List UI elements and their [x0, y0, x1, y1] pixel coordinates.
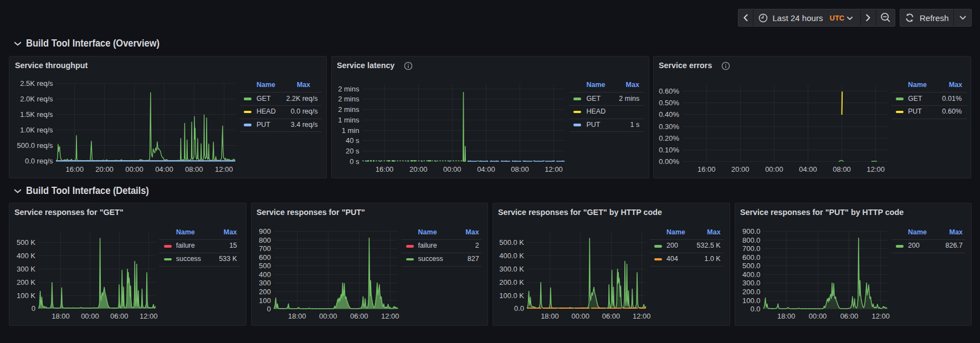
- svg-text:00:00: 00:00: [81, 312, 99, 320]
- svg-text:18:00: 18:00: [52, 312, 70, 320]
- svg-text:18:00: 18:00: [777, 312, 796, 320]
- svg-text:500.0: 500.0: [742, 262, 761, 270]
- svg-text:300.0 K: 300.0 K: [499, 265, 524, 273]
- svg-text:100.0: 100.0: [742, 296, 761, 305]
- svg-text:300 K: 300 K: [17, 265, 35, 273]
- svg-text:00:00: 00:00: [319, 312, 337, 320]
- svg-text:04:00: 04:00: [799, 165, 817, 173]
- svg-text:06:00: 06:00: [350, 312, 368, 320]
- svg-text:40 s: 40 s: [346, 136, 360, 145]
- svg-text:0.0: 0.0: [514, 304, 524, 313]
- svg-text:0 s: 0 s: [350, 157, 360, 166]
- svg-text:00:00: 00:00: [125, 165, 143, 173]
- svg-text:20:00: 20:00: [731, 165, 750, 173]
- svg-text:500.0 req/s: 500.0 req/s: [17, 141, 53, 150]
- svg-text:700.0: 700.0: [742, 244, 761, 253]
- svg-text:800.0: 800.0: [742, 236, 761, 244]
- svg-text:600.0: 600.0: [742, 253, 761, 262]
- svg-text:00:00: 00:00: [809, 312, 827, 320]
- svg-text:300: 300: [259, 279, 271, 287]
- svg-text:16:00: 16:00: [65, 165, 84, 173]
- svg-text:2 mins: 2 mins: [338, 85, 360, 93]
- svg-text:0.50%: 0.50%: [659, 99, 679, 107]
- svg-text:16:00: 16:00: [697, 165, 716, 173]
- svg-text:08:00: 08:00: [833, 165, 851, 173]
- svg-text:1.0K req/s: 1.0K req/s: [20, 126, 53, 134]
- svg-text:12:00: 12:00: [545, 165, 563, 173]
- svg-text:0.30%: 0.30%: [659, 122, 679, 131]
- svg-text:06:00: 06:00: [840, 312, 859, 320]
- svg-text:12:00: 12:00: [381, 312, 399, 320]
- svg-text:2.0K req/s: 2.0K req/s: [20, 95, 53, 103]
- svg-text:20 s: 20 s: [346, 147, 360, 155]
- svg-text:0.40%: 0.40%: [659, 110, 679, 119]
- svg-text:06:00: 06:00: [602, 312, 620, 320]
- svg-text:18:00: 18:00: [288, 312, 306, 320]
- svg-text:0.10%: 0.10%: [659, 146, 679, 154]
- svg-text:18:00: 18:00: [541, 312, 559, 320]
- svg-text:400 K: 400 K: [17, 252, 35, 260]
- svg-text:2.5K req/s: 2.5K req/s: [20, 79, 53, 88]
- svg-text:500.0 K: 500.0 K: [499, 238, 524, 247]
- svg-text:08:00: 08:00: [511, 165, 529, 173]
- svg-text:900: 900: [259, 227, 271, 236]
- svg-text:100.0 K: 100.0 K: [499, 291, 524, 300]
- svg-text:0.0: 0.0: [751, 305, 761, 313]
- svg-text:400: 400: [259, 270, 271, 279]
- svg-text:12:00: 12:00: [215, 165, 233, 173]
- svg-text:12:00: 12:00: [633, 312, 651, 320]
- svg-text:2 mins: 2 mins: [338, 95, 360, 103]
- svg-text:20:00: 20:00: [95, 165, 114, 173]
- svg-text:900.0: 900.0: [742, 227, 761, 236]
- svg-text:700: 700: [259, 244, 271, 253]
- svg-text:400.0: 400.0: [742, 270, 761, 279]
- svg-text:06:00: 06:00: [110, 312, 129, 320]
- svg-text:300.0: 300.0: [742, 279, 761, 287]
- svg-text:00:00: 00:00: [765, 165, 783, 173]
- svg-text:0: 0: [267, 305, 271, 313]
- svg-text:04:00: 04:00: [477, 165, 495, 173]
- svg-text:12:00: 12:00: [871, 312, 890, 320]
- svg-text:0.00%: 0.00%: [659, 157, 679, 166]
- svg-text:16:00: 16:00: [376, 165, 394, 173]
- svg-text:20:00: 20:00: [409, 165, 428, 173]
- svg-text:500 K: 500 K: [17, 238, 35, 247]
- svg-text:00:00: 00:00: [571, 312, 589, 320]
- svg-text:0.60%: 0.60%: [659, 87, 679, 95]
- svg-text:200 K: 200 K: [17, 278, 35, 286]
- svg-text:0.20%: 0.20%: [659, 134, 679, 142]
- svg-text:800: 800: [259, 236, 271, 244]
- svg-text:08:00: 08:00: [185, 165, 203, 173]
- svg-text:200: 200: [259, 288, 271, 296]
- svg-text:500: 500: [259, 262, 271, 270]
- svg-text:100: 100: [259, 296, 271, 305]
- svg-text:200.0 K: 200.0 K: [499, 278, 524, 286]
- svg-text:400.0 K: 400.0 K: [499, 252, 524, 260]
- svg-text:0: 0: [32, 304, 35, 313]
- svg-text:1 mins: 1 mins: [338, 116, 360, 124]
- svg-text:12:00: 12:00: [866, 165, 885, 173]
- svg-text:2 mins: 2 mins: [338, 105, 360, 114]
- svg-text:1 min: 1 min: [342, 126, 360, 135]
- svg-text:200.0: 200.0: [742, 288, 761, 296]
- svg-text:100 K: 100 K: [17, 291, 35, 300]
- svg-text:04:00: 04:00: [155, 165, 173, 173]
- svg-text:12:00: 12:00: [140, 312, 158, 320]
- svg-text:00:00: 00:00: [443, 165, 461, 173]
- svg-text:1.5K req/s: 1.5K req/s: [20, 110, 53, 119]
- svg-text:600: 600: [259, 253, 271, 262]
- svg-text:0.0 req/s: 0.0 req/s: [25, 157, 53, 165]
